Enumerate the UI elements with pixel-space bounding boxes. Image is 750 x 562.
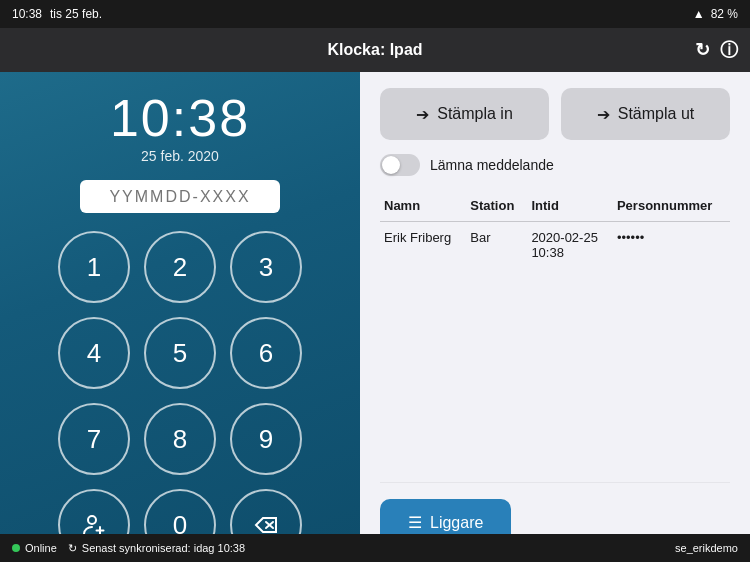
key-7[interactable]: 7 xyxy=(58,403,130,475)
key-2[interactable]: 2 xyxy=(144,231,216,303)
header-title: Klocka: Ipad xyxy=(327,41,422,59)
pin-input[interactable] xyxy=(80,180,280,213)
refresh-icon[interactable]: ↻ xyxy=(695,39,710,61)
key-4[interactable]: 4 xyxy=(58,317,130,389)
clock-time: 10:38 xyxy=(110,92,250,144)
stamp-out-icon: ➔ xyxy=(597,105,610,124)
online-dot xyxy=(12,544,20,552)
key-5[interactable]: 5 xyxy=(144,317,216,389)
cell-station: Bar xyxy=(466,222,527,483)
key-1[interactable]: 1 xyxy=(58,231,130,303)
key-9[interactable]: 9 xyxy=(230,403,302,475)
right-panel-content: ➔ Stämpla in ➔ Stämpla ut Lämna meddelan… xyxy=(380,88,730,546)
status-time: 10:38 xyxy=(12,7,42,21)
status-date: tis 25 feb. xyxy=(50,7,102,21)
info-icon[interactable]: ⓘ xyxy=(720,38,738,62)
stamp-in-label: Stämpla in xyxy=(437,105,513,123)
online-indicator: Online ↻ Senast synkroniserad: idag 10:3… xyxy=(12,542,245,555)
clock-date: 25 feb. 2020 xyxy=(110,148,250,164)
col-station: Station xyxy=(466,194,527,222)
header: Klocka: Ipad ↻ ⓘ xyxy=(0,28,750,72)
clock-display: 10:38 25 feb. 2020 xyxy=(110,92,250,164)
user-label: se_erikdemo xyxy=(675,542,738,554)
svg-point-0 xyxy=(88,516,96,524)
bottom-bar: Online ↻ Senast synkroniserad: idag 10:3… xyxy=(0,534,750,562)
table-row: Erik Friberg Bar 2020-02-2510:38 •••••• xyxy=(380,222,730,483)
left-panel: 10:38 25 feb. 2020 1 2 3 4 5 6 7 8 9 xyxy=(0,72,360,562)
cell-personnummer: •••••• xyxy=(613,222,730,483)
stamp-out-label: Stämpla ut xyxy=(618,105,694,123)
col-namn: Namn xyxy=(380,194,466,222)
cell-intid: 2020-02-2510:38 xyxy=(527,222,613,483)
key-3[interactable]: 3 xyxy=(230,231,302,303)
stamp-buttons: ➔ Stämpla in ➔ Stämpla ut xyxy=(380,88,730,140)
col-personnummer: Personnummer xyxy=(613,194,730,222)
stamp-in-icon: ➔ xyxy=(416,105,429,124)
liggare-label: Liggare xyxy=(430,514,483,532)
status-bar-left: 10:38 tis 25 feb. xyxy=(12,7,102,21)
right-panel: ➔ Stämpla in ➔ Stämpla ut Lämna meddelan… xyxy=(360,72,750,562)
header-actions: ↻ ⓘ xyxy=(695,38,738,62)
key-8[interactable]: 8 xyxy=(144,403,216,475)
liggare-icon: ☰ xyxy=(408,513,422,532)
sync-label: Senast synkroniserad: idag 10:38 xyxy=(82,542,245,554)
keypad: 1 2 3 4 5 6 7 8 9 0 xyxy=(58,231,302,561)
sync-icon: ↻ xyxy=(68,542,77,555)
battery-level: 82 % xyxy=(711,7,738,21)
stamp-in-button[interactable]: ➔ Stämpla in xyxy=(380,88,549,140)
stamp-out-button[interactable]: ➔ Stämpla ut xyxy=(561,88,730,140)
key-6[interactable]: 6 xyxy=(230,317,302,389)
records-table: Namn Station Intid Personnummer Erik Fri… xyxy=(380,194,730,483)
status-bar: 10:38 tis 25 feb. ▲ 82 % xyxy=(0,0,750,28)
leave-message-toggle[interactable] xyxy=(380,154,420,176)
toggle-label: Lämna meddelande xyxy=(430,157,554,173)
wifi-icon: ▲ xyxy=(693,7,705,21)
toggle-row: Lämna meddelande xyxy=(380,154,730,176)
cell-namn: Erik Friberg xyxy=(380,222,466,483)
main-content: 10:38 25 feb. 2020 1 2 3 4 5 6 7 8 9 xyxy=(0,72,750,562)
status-bar-right: ▲ 82 % xyxy=(693,7,738,21)
col-intid: Intid xyxy=(527,194,613,222)
online-label: Online xyxy=(25,542,57,554)
